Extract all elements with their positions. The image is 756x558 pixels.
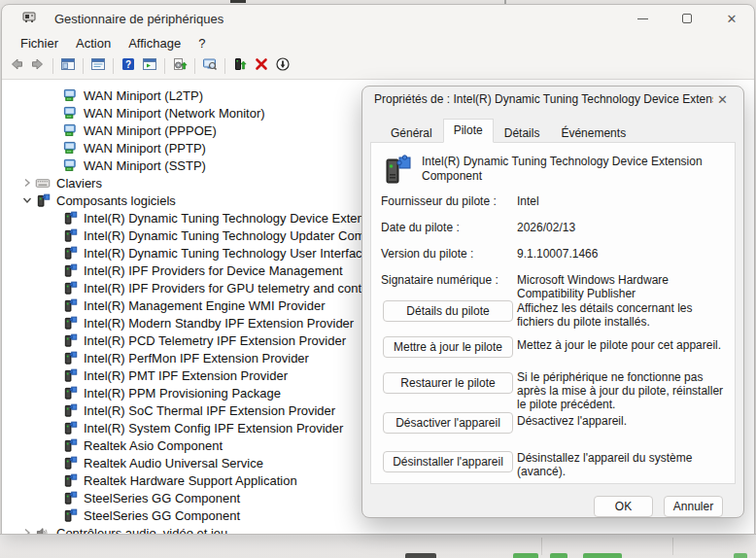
help-button[interactable]: ?: [118, 55, 139, 77]
menu-aide[interactable]: ?: [189, 34, 214, 52]
tab-général[interactable]: Général: [380, 122, 443, 143]
tab-détails[interactable]: Détails: [494, 122, 551, 143]
scan-hardware-button[interactable]: [199, 55, 221, 77]
mettre-jour-le-pilote-button[interactable]: Mettre à jour le pilote: [383, 336, 513, 358]
title-bar: Gestionnaire de périphériques ✕: [2, 5, 754, 32]
console-tree-button[interactable]: [57, 55, 79, 77]
menu-action[interactable]: Action: [67, 34, 120, 52]
software-device-icon: [35, 193, 52, 208]
field-value: 9.1.10007.1466: [517, 247, 731, 261]
software-device-icon: [62, 368, 79, 383]
tree-item-label: Realtek Audio Universal Service: [84, 456, 263, 471]
tree-item-label: Intel(R) System Config IPF Extension Pro…: [84, 421, 343, 436]
help-icon: ?: [120, 56, 136, 76]
field-value: 2026/02/13: [517, 221, 731, 234]
network-device-icon: [62, 106, 79, 121]
toolbar-separator: [83, 58, 84, 74]
d-tails-du-pilote-button[interactable]: Détails du pilote: [383, 300, 513, 322]
tree-item-label: SteelSeries GG Component: [84, 508, 240, 523]
scan-hardware-icon: [202, 56, 218, 76]
action-description: Désinstallez l'appareil du système (avan…: [517, 451, 729, 478]
dialog-close-button[interactable]: ✕: [713, 90, 732, 109]
tree-item-label: WAN Miniport (Network Monitor): [84, 106, 265, 121]
software-device-icon: [62, 386, 79, 401]
chevron-right-icon[interactable]: [19, 525, 35, 534]
chevron-right-icon[interactable]: [19, 175, 35, 191]
software-device-icon: [62, 473, 79, 488]
network-device-icon: [62, 158, 79, 173]
software-device-icon: [62, 281, 79, 296]
software-component-device-icon: [381, 155, 414, 189]
enable-device-button[interactable]: [229, 55, 251, 77]
d-sinstaller-l-appareil-button[interactable]: Désinstaller l'appareil: [383, 451, 513, 472]
svg-text:?: ?: [125, 59, 131, 70]
restaurer-le-pilote-button[interactable]: Restaurer le pilote: [383, 372, 513, 394]
network-device-icon: [62, 88, 79, 103]
field-label: Signataire numérique :: [381, 273, 498, 287]
properties-button[interactable]: [87, 55, 109, 77]
minimize-button[interactable]: [620, 5, 665, 32]
tree-item-label: Intel(R) IPF Providers for Device Manage…: [84, 263, 343, 278]
disable-button[interactable]: [272, 55, 293, 77]
uninstall-button[interactable]: [251, 55, 272, 77]
properties-dialog: Propriétés de : Intel(R) Dynamic Tuning …: [361, 86, 744, 518]
tree-item[interactable]: Contrôleurs audio, vidéo et jeu: [2, 524, 754, 534]
tree-item-label: WAN Miniport (SSTP): [84, 158, 206, 173]
toolbar-separator: [52, 58, 53, 74]
tree-item-label: Intel(R) PerfMon IPF Extension Provider: [84, 351, 309, 366]
background-text-fragment: [513, 553, 538, 558]
tab-événements[interactable]: Événements: [550, 122, 636, 143]
audio-device-icon: [35, 526, 52, 535]
keyboard-device-icon: [35, 176, 52, 191]
strip-divider: [541, 538, 542, 555]
toolbar-separator: [164, 58, 165, 74]
close-button[interactable]: ✕: [709, 5, 754, 32]
tree-item-label: Intel(R) Dynamic Tuning Technology Updat…: [84, 228, 386, 243]
forward-button[interactable]: [27, 55, 49, 77]
tree-item-label: Intel(R) IPF Providers for GPU telemetry…: [84, 281, 382, 296]
ok-button[interactable]: OK: [594, 496, 653, 517]
software-device-icon: [62, 351, 79, 366]
background-window-strip: [0, 534, 756, 558]
close-icon: ✕: [727, 13, 738, 25]
cancel-button[interactable]: Annuler: [664, 496, 723, 517]
tree-item-label: WAN Miniport (L2TP): [84, 88, 203, 103]
dialog-footer: OK Annuler: [594, 496, 723, 517]
tree-item-label: Intel(R) SoC Thermal IPF Extension Provi…: [84, 403, 335, 418]
back-button[interactable]: [6, 55, 27, 77]
background-icon-fragment: [405, 553, 436, 558]
device-manager-app-icon: [21, 9, 37, 28]
background-text-fragment: [583, 553, 622, 558]
action-description: Si le périphérique ne fonctionne pas apr…: [517, 370, 729, 411]
action-pane-button[interactable]: [139, 55, 160, 77]
software-device-icon: [62, 438, 79, 453]
software-device-icon: [62, 263, 79, 278]
maximize-button[interactable]: [665, 5, 709, 32]
menu-fichier[interactable]: Fichier: [12, 34, 67, 52]
software-device-icon: [62, 421, 79, 436]
dialog-tabs: GénéralPiloteDétailsÉvénements: [380, 119, 636, 143]
toolbar-separator: [194, 58, 195, 74]
window-title: Gestionnaire de périphériques: [54, 12, 223, 26]
device-name: Intel(R) Dynamic Tuning Technology Devic…: [422, 155, 718, 184]
tree-item-label: Claviers: [56, 176, 102, 191]
software-device-icon: [62, 316, 79, 331]
software-device-icon: [62, 403, 79, 418]
d-sactiver-l-appareil-button[interactable]: Désactiver l'appareil: [383, 412, 513, 434]
chevron-down-icon[interactable]: [19, 192, 35, 208]
menu-affichage[interactable]: Affichage: [120, 34, 189, 52]
toolbar-separator: [224, 58, 225, 74]
field-label: Date du pilote :: [381, 221, 460, 234]
tree-item-label: WAN Miniport (PPPOE): [84, 123, 217, 138]
update-driver-button[interactable]: [169, 55, 190, 77]
tree-item-label: SteelSeries GG Component: [84, 491, 240, 506]
tree-item-label: WAN Miniport (PPTP): [84, 141, 206, 156]
background-text-fragment: [550, 553, 567, 558]
tab-pilote[interactable]: Pilote: [443, 119, 494, 143]
toolbar: ?: [2, 53, 754, 79]
tree-item-label: Intel(R) PMT IPF Extension Provider: [84, 368, 288, 383]
software-device-icon: [62, 246, 79, 261]
field-value: Intel: [517, 194, 731, 208]
tree-item-label: Intel(R) PCD Telemetry IPF Extension Pro…: [84, 333, 346, 348]
enable-device-icon: [232, 56, 248, 76]
